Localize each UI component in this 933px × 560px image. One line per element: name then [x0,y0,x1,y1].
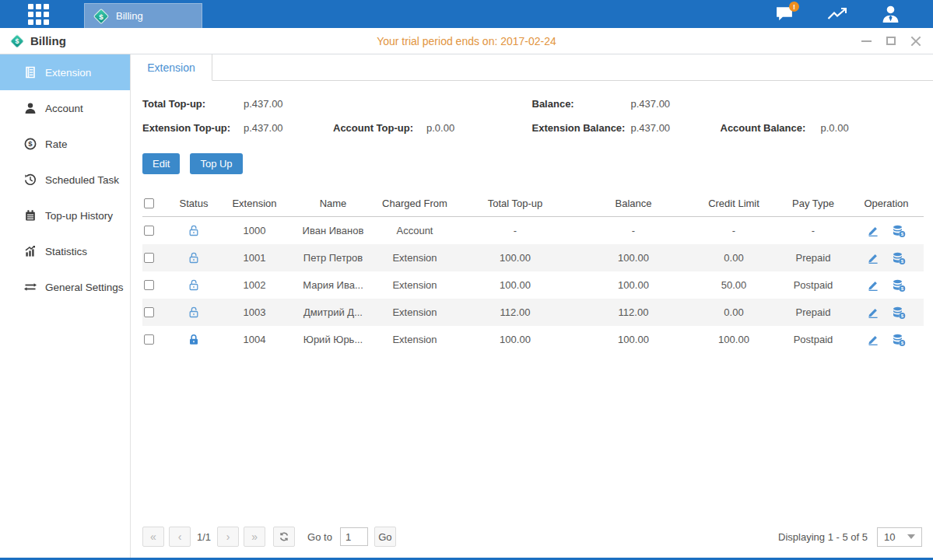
refresh-button[interactable] [273,527,295,547]
statistics-icon [24,245,37,257]
apps-grid-icon[interactable] [28,4,49,25]
go-button[interactable]: Go [374,527,396,547]
edit-button[interactable]: Edit [142,153,180,174]
row-checkbox[interactable] [144,280,154,290]
cell-charged-from: Extension [376,252,454,264]
topup-history-icon [24,209,37,222]
extension-icon [24,66,37,79]
cell-total-topup: 100.00 [454,334,577,345]
extension-topup-value: p.437.00 [244,122,333,134]
sidebar-item-extension[interactable]: Extension [0,54,130,90]
sidebar-item-label: Rate [45,138,68,150]
col-pay-type: Pay Type [777,198,849,209]
goto-page-input[interactable] [340,527,368,546]
page-indicator: 1/1 [197,531,211,543]
cell-charged-from: Extension [376,279,454,291]
cell-charged-from: Extension [376,306,454,318]
sidebar-item-rate[interactable]: $ Rate [0,126,130,162]
lock-open-icon [188,251,200,264]
row-checkbox[interactable] [144,334,154,345]
edit-pencil-icon[interactable] [867,252,879,264]
edit-pencil-icon[interactable] [867,225,879,237]
cell-extension: 1000 [219,225,290,236]
col-status: Status [169,198,219,209]
cell-extension: 1001 [219,252,290,264]
svg-text:$: $ [16,37,19,45]
col-name: Name [290,198,376,209]
lock-open-icon [188,224,200,237]
resource-monitor-icon[interactable] [826,3,849,25]
topup-coins-icon[interactable]: $ [892,306,906,319]
prev-page-button[interactable]: ‹ [169,527,191,547]
tab-extension[interactable]: Extension [131,54,212,81]
cell-charged-from: Account [376,225,454,236]
edit-pencil-icon[interactable] [867,279,879,292]
notification-badge: ! [789,2,799,12]
row-checkbox[interactable] [144,253,154,263]
edit-pencil-icon[interactable] [867,334,879,346]
billing-window: $ Billing ! [0,0,933,560]
page-size-select[interactable]: 10 [877,527,922,547]
extension-table: Status Extension Name Charged From Total… [142,191,924,353]
cell-pay-type: Postpaid [777,279,849,291]
close-button[interactable] [910,35,922,47]
main-content: Extension Total Top-up: p.437.00 Extensi… [131,54,933,558]
cell-total-topup: - [454,225,577,236]
cell-pay-type: Postpaid [777,334,849,345]
cell-balance: 112.00 [577,306,690,318]
maximize-button[interactable] [885,35,897,47]
first-page-button[interactable]: « [142,527,164,547]
sidebar-item-scheduled-task[interactable]: Scheduled Task [0,162,130,198]
account-balance-value: p.0.00 [821,122,849,134]
lock-closed-icon [188,333,200,346]
sidebar-item-account[interactable]: Account [0,90,130,126]
user-icon[interactable] [879,3,902,25]
messages-icon[interactable]: ! [773,3,796,25]
topup-coins-icon[interactable]: $ [892,279,906,292]
cell-pay-type: - [777,225,849,236]
cell-credit-limit: 100.00 [690,334,777,345]
next-page-button[interactable]: › [217,527,239,547]
select-all-checkbox[interactable] [144,198,154,208]
sidebar-item-label: Extension [45,67,91,79]
top-up-button[interactable]: Top Up [190,153,242,174]
extension-balance-label: Extension Balance: [532,122,631,134]
table-row: 1003 Дмитрий Д... Extension 112.00 112.0… [142,299,924,326]
topup-coins-icon[interactable]: $ [892,334,906,346]
svg-text:$: $ [28,139,33,148]
app-tab-label: Billing [116,10,143,22]
row-checkbox[interactable] [144,226,154,236]
billing-diamond-icon: $ [9,33,25,49]
app-tab-billing[interactable]: $ Billing [84,3,202,28]
cell-credit-limit: 50.00 [690,279,777,291]
cell-total-topup: 100.00 [454,279,577,291]
topup-coins-icon[interactable]: $ [892,225,906,237]
displaying-text: Displaying 1 - 5 of 5 [778,531,868,543]
sidebar-item-label: Scheduled Task [45,174,119,186]
cell-credit-limit: 0.00 [690,252,777,264]
sidebar-item-label: Statistics [45,246,87,257]
balance-value: p.437.00 [631,98,671,110]
sidebar: Extension Account $ Rate [0,54,131,558]
cell-extension: 1003 [219,306,290,318]
sidebar-item-general-settings[interactable]: General Settings [0,269,130,305]
topup-coins-icon[interactable]: $ [892,252,906,264]
pagination-bar: « ‹ 1/1 › » Go to Go Displaying 1 - 5 of… [131,522,933,558]
sidebar-item-label: Account [45,103,83,114]
account-topup-value: p.0.00 [426,122,454,134]
rate-icon: $ [24,138,37,150]
cell-name: Дмитрий Д... [290,306,376,318]
general-settings-icon [24,281,37,293]
sidebar-item-statistics[interactable]: Statistics [0,233,130,269]
col-operation: Operation [849,198,924,209]
cell-extension: 1004 [219,334,290,345]
chevron-down-icon [907,534,915,539]
last-page-button[interactable]: » [244,527,265,547]
table-header-row: Status Extension Name Charged From Total… [142,191,924,217]
cell-pay-type: Prepaid [777,306,849,318]
extension-balance-value: p.437.00 [631,122,721,134]
row-checkbox[interactable] [144,307,154,317]
minimize-button[interactable] [860,35,872,47]
sidebar-item-topup-history[interactable]: Top-up History [0,198,130,233]
edit-pencil-icon[interactable] [867,306,879,319]
